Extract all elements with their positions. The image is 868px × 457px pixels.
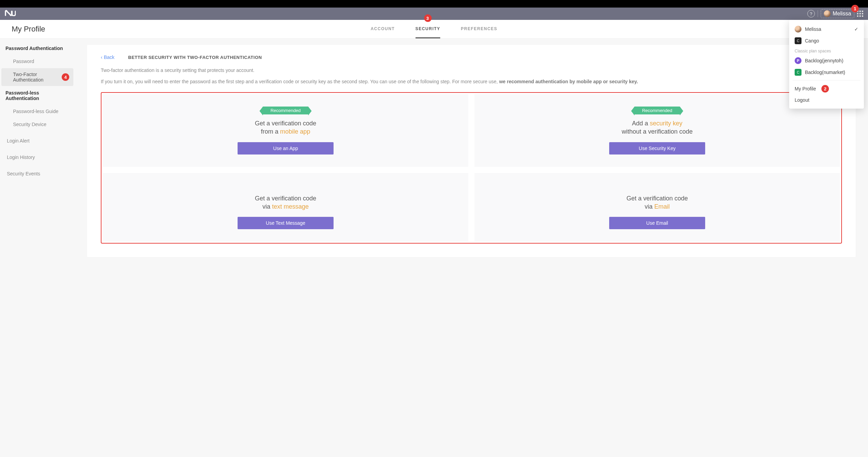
annotation-1: 1	[851, 5, 859, 12]
org-icon: C	[795, 37, 801, 44]
main-tabs: ACCOUNT SECURITY 3 PREFERENCES	[371, 20, 497, 38]
annotation-2: 2	[821, 85, 829, 92]
topbar-divider	[818, 10, 818, 17]
method-card-email: Get a verification code via Email Use Em…	[474, 173, 840, 242]
annotation-4: 4	[62, 73, 69, 81]
method-title-email: Get a verification code via Email	[488, 194, 826, 211]
method-card-sms: Get a verification code via text message…	[103, 173, 468, 242]
sidebar-item-passwordless-guide[interactable]: Password-less Guide	[1, 105, 73, 118]
app-logo	[5, 10, 16, 18]
tab-security[interactable]: SECURITY 3	[415, 20, 441, 38]
content-heading: BETTER SECURITY WITH TWO-FACTOR AUTHENTI…	[128, 55, 262, 60]
help-icon[interactable]: ?	[807, 10, 815, 17]
chevron-left-icon: ‹	[101, 54, 103, 60]
sidebar-item-password[interactable]: Password	[1, 55, 73, 67]
sidebar-item-two-factor[interactable]: Two-Factor Authentication 4	[1, 68, 73, 86]
sidebar-section-passwordless: Password-less Authentication	[0, 90, 75, 105]
sidebar-section-password-auth: Password Authentication	[0, 46, 75, 55]
method-grid: Recommended Get a verification code from…	[101, 92, 842, 244]
method-card-security-key: Recommended Add a security key without a…	[474, 94, 840, 167]
user-menu-trigger[interactable]: Melissa 1	[821, 9, 854, 18]
page-header: My Profile ACCOUNT SECURITY 3 PREFERENCE…	[0, 20, 868, 39]
method-title-sms: Get a verification code via text message	[117, 194, 455, 211]
sidebar-item-security-device[interactable]: Security Device	[1, 118, 73, 131]
content-desc-2: If you turn it on, you will need to ente…	[101, 78, 842, 85]
space-icon: P	[795, 57, 801, 64]
use-text-message-button[interactable]: Use Text Message	[238, 217, 334, 229]
dropdown-section-classic: Classic plan spaces	[789, 47, 864, 55]
page-title: My Profile	[12, 25, 45, 34]
method-title-key: Add a security key without a verificatio…	[488, 119, 826, 136]
use-email-button[interactable]: Use Email	[609, 217, 705, 229]
method-title-app: Get a verification code from a mobile ap…	[117, 119, 455, 136]
method-card-app: Recommended Get a verification code from…	[103, 94, 468, 167]
sidebar-item-login-alert[interactable]: Login Alert	[1, 135, 73, 147]
dropdown-org-cango[interactable]: C Cango	[789, 35, 864, 47]
annotation-3: 3	[424, 14, 432, 22]
sidebar: Password Authentication Password Two-Fac…	[0, 39, 75, 263]
check-icon: ✓	[854, 26, 858, 32]
dropdown-org-melissa[interactable]: Melissa ✓	[789, 23, 864, 35]
topbar-username: Melissa	[833, 11, 851, 17]
topbar: ? Melissa 1	[0, 8, 868, 20]
use-app-button[interactable]: Use an App	[238, 142, 334, 155]
recommended-ribbon: Recommended	[263, 107, 308, 114]
avatar-icon	[795, 26, 801, 33]
dropdown-space-backlog-jenny[interactable]: P Backlog(jennytoh)	[789, 55, 864, 66]
back-link[interactable]: ‹ Back	[101, 54, 114, 60]
dropdown-my-profile[interactable]: My Profile 2	[789, 83, 864, 95]
tab-preferences[interactable]: PREFERENCES	[461, 20, 497, 38]
tab-account[interactable]: ACCOUNT	[371, 20, 395, 38]
dropdown-space-backlog-numarket[interactable]: C Backlog(numarket)	[789, 66, 864, 78]
content-panel: ‹ Back BETTER SECURITY WITH TWO-FACTOR A…	[87, 45, 856, 257]
space-icon: C	[795, 69, 801, 76]
apps-grid-icon[interactable]	[857, 11, 863, 17]
content-desc-1: Two-factor authentication is a security …	[101, 67, 842, 74]
avatar-icon	[824, 10, 831, 17]
sidebar-item-security-events[interactable]: Security Events	[1, 168, 73, 180]
window-blackbar	[0, 0, 868, 8]
dropdown-divider	[793, 80, 860, 81]
use-security-key-button[interactable]: Use Security Key	[609, 142, 705, 155]
account-dropdown: Melissa ✓ C Cango Classic plan spaces P …	[789, 20, 864, 109]
sidebar-item-login-history[interactable]: Login History	[1, 151, 73, 163]
dropdown-logout[interactable]: Logout	[789, 95, 864, 105]
recommended-ribbon: Recommended	[635, 107, 680, 114]
